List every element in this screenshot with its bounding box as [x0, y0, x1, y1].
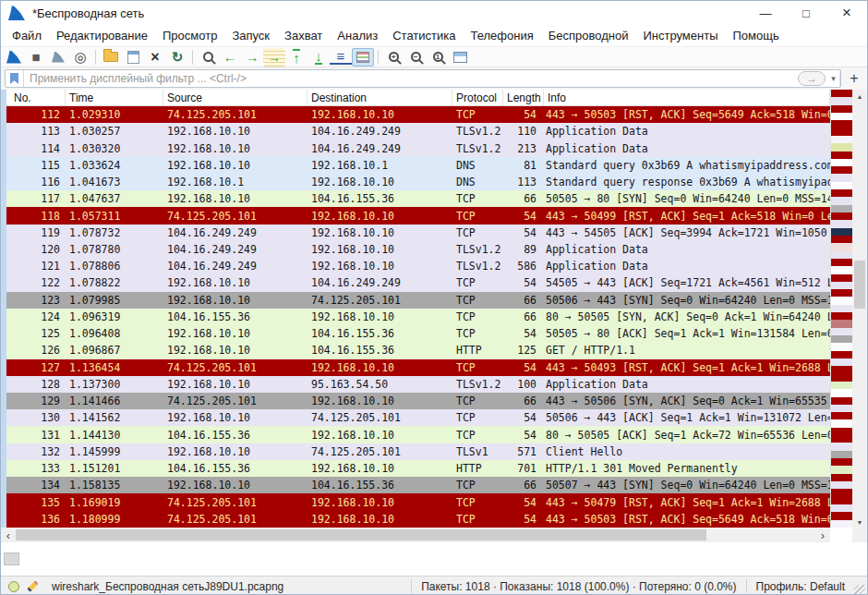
- go-to-packet-icon[interactable]: →: [263, 48, 285, 67]
- find-packet-icon[interactable]: [197, 48, 219, 67]
- packet-row[interactable]: 1231.079985192.168.10.1074.125.205.101TC…: [1, 292, 830, 309]
- close-button[interactable]: ×: [826, 1, 867, 25]
- packet-row[interactable]: 1301.141562192.168.10.1074.125.205.101TC…: [1, 409, 830, 426]
- start-capture-icon[interactable]: [3, 48, 25, 67]
- packet-row[interactable]: 1141.030320192.168.10.10104.16.249.249TL…: [1, 140, 830, 156]
- column-header-no[interactable]: No.: [6, 90, 66, 105]
- packet-row[interactable]: 1181.05731174.125.205.101192.168.10.10TC…: [1, 207, 830, 224]
- menu-item-файл[interactable]: Файл: [5, 26, 49, 45]
- resize-grip[interactable]: [854, 585, 865, 595]
- horizontal-scrollbar[interactable]: ‹ ›: [1, 528, 830, 542]
- packet-row[interactable]: 1211.078806104.16.249.249192.168.10.10TL…: [1, 258, 830, 274]
- horizontal-scroll-thumb[interactable]: [16, 529, 706, 540]
- cell-info: 54505 → 443 [ACK] Seq=1721 Ack=4561 Win=…: [544, 276, 830, 289]
- open-file-icon[interactable]: [100, 48, 122, 67]
- profile-label[interactable]: Профиль: Default: [746, 579, 855, 593]
- cell-src: 192.168.10.10: [163, 327, 307, 340]
- capture-options-icon[interactable]: ◎: [69, 48, 91, 67]
- scroll-up-icon[interactable]: ▲: [852, 90, 867, 103]
- zoom-in-icon[interactable]: +: [382, 48, 404, 67]
- packet-row[interactable]: 1341.158135192.168.10.10104.16.155.36TCP…: [1, 477, 830, 493]
- menu-item-помощь[interactable]: Помощь: [726, 26, 787, 45]
- menu-item-захват[interactable]: Захват: [277, 26, 330, 45]
- colorize-packets-icon[interactable]: [352, 48, 374, 67]
- packet-row[interactable]: 1131.030257192.168.10.10104.16.249.249TL…: [1, 123, 830, 140]
- cell-proto: TCP: [452, 210, 503, 223]
- cell-info: 50507 → 443 [SYN] Seq=0 Win=64240 Len=0 …: [544, 479, 830, 492]
- column-header-proto[interactable]: Protocol: [452, 90, 503, 105]
- menu-item-запуск[interactable]: Запуск: [224, 26, 277, 45]
- packet-row[interactable]: 1201.078780104.16.249.249192.168.10.10TL…: [1, 241, 830, 258]
- reload-file-icon[interactable]: ↻: [166, 48, 188, 67]
- go-back-icon[interactable]: ←: [219, 48, 241, 67]
- packet-row[interactable]: 1161.041673192.168.10.1192.168.10.10DNS1…: [1, 174, 830, 190]
- resize-columns-icon[interactable]: [449, 48, 471, 67]
- apply-filter-button[interactable]: →: [798, 71, 826, 86]
- minimap-stripe: [831, 412, 852, 419]
- menu-item-статистика[interactable]: Статистика: [385, 26, 463, 45]
- cell-dst: 104.16.249.249: [307, 276, 452, 289]
- go-forward-icon[interactable]: →: [241, 48, 263, 67]
- zoom-out-icon[interactable]: −: [404, 48, 427, 67]
- menu-item-телефония[interactable]: Телефония: [463, 26, 540, 45]
- column-header-src[interactable]: Source: [163, 90, 307, 105]
- filter-bookmark-icon[interactable]: [6, 70, 24, 87]
- column-header-dst[interactable]: Destination: [307, 90, 452, 105]
- close-file-icon[interactable]: ×: [144, 48, 166, 67]
- minimize-button[interactable]: —: [745, 1, 786, 25]
- packet-row[interactable]: 1311.144130104.16.155.36192.168.10.10TCP…: [1, 426, 830, 443]
- packet-row[interactable]: 1241.096319104.16.155.36192.168.10.10TCP…: [1, 309, 830, 325]
- cell-info: 50505 → 80 [ACK] Seq=1 Ack=1 Win=131584 …: [544, 327, 830, 340]
- stop-capture-icon[interactable]: ■: [25, 48, 47, 67]
- packet-row[interactable]: 1261.096867192.168.10.10104.16.155.36HTT…: [1, 342, 830, 358]
- packet-row[interactable]: 1251.096408192.168.10.10104.16.155.36TCP…: [1, 325, 830, 342]
- scroll-left-icon[interactable]: ‹: [1, 528, 16, 542]
- vertical-scrollbar[interactable]: ▲ ▼: [852, 90, 867, 542]
- column-header-time[interactable]: Time: [66, 90, 163, 105]
- menu-item-беспроводной[interactable]: Беспроводной: [541, 26, 636, 45]
- packet-row[interactable]: 1271.13645474.125.205.101192.168.10.10TC…: [1, 359, 830, 376]
- packet-row[interactable]: 1321.145999192.168.10.1074.125.205.101TL…: [1, 443, 830, 460]
- cell-dst: 192.168.10.10: [307, 462, 452, 475]
- menu-item-просмотр[interactable]: Просмотр: [155, 26, 224, 45]
- expert-info-icon[interactable]: [8, 581, 19, 592]
- go-to-bottom-icon[interactable]: ↓: [307, 48, 330, 67]
- maximize-button[interactable]: □: [786, 1, 826, 25]
- packet-row[interactable]: 1281.137300192.168.10.1095.163.54.50TLSv…: [1, 376, 830, 393]
- edit-comment-icon[interactable]: [27, 580, 39, 592]
- menu-item-анализ[interactable]: Анализ: [330, 26, 385, 45]
- menu-item-редактирование[interactable]: Редактирование: [49, 26, 155, 45]
- cell-no: 125: [6, 327, 66, 340]
- packet-row[interactable]: 1351.16901974.125.205.101192.168.10.10TC…: [1, 493, 830, 510]
- cell-src: 192.168.10.10: [163, 479, 307, 492]
- cell-dst: 74.125.205.101: [307, 445, 452, 458]
- add-filter-button[interactable]: +: [845, 69, 863, 88]
- column-header-len[interactable]: Length: [503, 90, 544, 105]
- packet-row[interactable]: 1221.078822192.168.10.10104.16.249.249TC…: [1, 274, 830, 291]
- packet-row[interactable]: 1121.02931074.125.205.101192.168.10.10TC…: [1, 106, 830, 123]
- vertical-scroll-thumb[interactable]: [854, 261, 865, 309]
- horizontal-scroll-track[interactable]: [16, 528, 815, 542]
- packet-row[interactable]: 1361.18099974.125.205.101192.168.10.10TC…: [1, 511, 830, 528]
- packet-row[interactable]: 1331.151201104.16.155.36192.168.10.10HTT…: [1, 460, 830, 477]
- scroll-right-icon[interactable]: ›: [815, 528, 830, 542]
- packet-minimap[interactable]: [830, 90, 852, 528]
- window-title: *Беспроводная сеть: [32, 6, 144, 20]
- filter-dropdown-caret-icon[interactable]: ▾: [827, 70, 840, 87]
- scroll-down-icon[interactable]: ▼: [852, 516, 867, 529]
- column-header-info[interactable]: Info: [544, 90, 830, 105]
- save-file-icon[interactable]: [122, 48, 144, 67]
- zoom-normal-icon[interactable]: 1: [427, 48, 449, 67]
- collapsed-panes-area: [1, 542, 867, 576]
- go-to-top-icon[interactable]: ↑: [285, 48, 307, 67]
- packet-row[interactable]: 1171.047637192.168.10.10104.16.155.36TCP…: [1, 190, 830, 207]
- auto-scroll-icon[interactable]: ≡: [330, 50, 352, 65]
- packet-row[interactable]: 1151.033624192.168.10.10192.168.10.1DNS8…: [1, 157, 830, 174]
- restart-capture-icon[interactable]: [47, 48, 69, 67]
- display-filter-input[interactable]: [24, 72, 798, 85]
- minimap-stripe: [831, 228, 852, 236]
- pane-splitter-handle[interactable]: [4, 552, 19, 565]
- packet-row[interactable]: 1191.078732104.16.249.249192.168.10.10TC…: [1, 225, 830, 241]
- menu-item-инструменты[interactable]: Инструменты: [635, 26, 725, 45]
- packet-row[interactable]: 1291.14146674.125.205.101192.168.10.10TC…: [1, 393, 830, 409]
